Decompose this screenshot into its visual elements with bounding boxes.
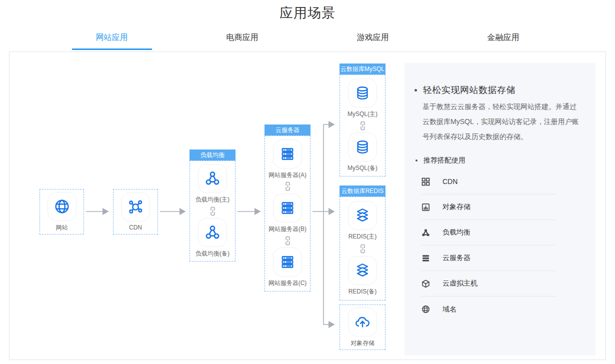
node-label: REDIS(主): [348, 232, 377, 241]
node-card: [273, 194, 302, 222]
server-bars-icon: [422, 254, 430, 262]
cube-icon: [422, 280, 430, 288]
tab-ecommerce-application[interactable]: 电商应用: [177, 32, 308, 50]
group-header-ecs: 云服务器: [264, 124, 310, 136]
node-card: [198, 218, 227, 247]
chain-icon: [284, 236, 292, 246]
recommend-title: 推荐搭配使用: [416, 156, 466, 165]
node-label: REDIS(备): [348, 288, 377, 296]
diagram-node: 网站服务器(B): [268, 194, 306, 234]
diagram-node: 对象存储: [348, 308, 377, 348]
tab-label: 网站应用: [96, 33, 128, 42]
node-card: [348, 132, 377, 162]
recommend-list: CDN对象存储负载均衡云服务器云虚拟主机域名: [422, 169, 556, 322]
tab-finance-application[interactable]: 金融应用: [438, 32, 568, 50]
node-card: [273, 248, 302, 276]
recommend-item-label: 域名: [442, 305, 456, 314]
recommend-item-cube[interactable]: 云虚拟主机: [422, 271, 556, 296]
diagram-group-cdn: CDN: [113, 189, 158, 234]
diagram-node: 网站: [48, 192, 76, 232]
node-label: MySQL(备): [348, 164, 378, 172]
chain-icon: [359, 121, 366, 130]
group-box-slb: 负载均衡(主)负载均衡(备): [190, 160, 236, 262]
node-card: [48, 192, 76, 221]
diagram-group-slb: 负载均衡负载均衡(主)负载均衡(备): [190, 150, 236, 262]
node-label: CDN: [129, 224, 142, 231]
panel-heading-text: 轻松实现网站数据存储: [423, 84, 516, 96]
tab-label: 金融应用: [488, 33, 520, 42]
globe-icon: [54, 198, 70, 215]
scenario-tabs: 网站应用电商应用游戏应用金融应用: [46, 22, 568, 50]
recommend-item-label: 对象存储: [442, 202, 470, 212]
globe-small-icon: [422, 305, 430, 314]
group-box-redis: REDIS(主)REDIS(备): [340, 196, 386, 300]
diagram-node: MySQL(主): [348, 78, 378, 118]
group-header-slb: 负载均衡: [190, 150, 236, 160]
panel-heading: 轻松实现网站数据存储: [414, 84, 516, 96]
diagram-node: 负载均衡(备): [196, 218, 230, 258]
node-card: [348, 201, 377, 230]
layers-icon: [354, 262, 371, 279]
server-icon: [279, 200, 296, 216]
tab-game-application[interactable]: 游戏应用: [308, 32, 438, 50]
group-box-mysql: MySQL(主)MySQL(备): [340, 74, 386, 176]
storage-box-icon: [422, 203, 430, 212]
node-card: [121, 192, 150, 222]
loadbalancer-icon: [204, 224, 221, 241]
network-icon: [127, 198, 144, 216]
scenario-content-panel: 网站CDN负载均衡负载均衡(主)负载均衡(备)云服务器网站服务器(A)网站服务器…: [9, 52, 606, 360]
diagram-node: 网站服务器(C): [268, 248, 307, 288]
diagram-group-mysql: 云数据库MySQLMySQL(主)MySQL(备): [340, 64, 386, 176]
diagram-group-redis: 云数据库REDISREDIS(主)REDIS(备): [340, 186, 386, 300]
diagram-group-oss: 对象存储: [340, 304, 386, 350]
server-icon: [279, 146, 296, 162]
cloud-upload-icon: [354, 314, 371, 330]
chain-icon: [359, 244, 366, 254]
recommend-item-globe-small[interactable]: 域名: [422, 296, 556, 322]
recommend-item-label: 负载均衡: [442, 228, 470, 237]
bullet-dot-icon: [416, 160, 418, 162]
group-box-oss: 对象存储: [340, 304, 386, 350]
chain-icon: [284, 182, 292, 191]
node-label: 负载均衡(主): [196, 196, 230, 204]
bullet-dot-icon: [414, 89, 417, 92]
recommend-item-cdn-grid[interactable]: CDN: [422, 169, 556, 194]
server-icon: [279, 254, 296, 270]
diagram-node: 网站服务器(A): [268, 140, 306, 180]
diagram-node: REDIS(主): [348, 201, 377, 241]
node-card: [198, 164, 227, 193]
tab-website-application[interactable]: 网站应用: [46, 32, 177, 50]
application-scenarios-page: 应用场景 网站应用电商应用游戏应用金融应用: [0, 0, 615, 364]
architecture-diagram: 网站CDN负载均衡负载均衡(主)负载均衡(备)云服务器网站服务器(A)网站服务器…: [10, 52, 404, 360]
recommend-item-server-bars[interactable]: 云服务器: [422, 246, 556, 271]
diagram-node: REDIS(备): [348, 256, 377, 296]
node-label: MySQL(主): [348, 110, 378, 118]
node-card: [348, 78, 377, 108]
node-label: 网站服务器(C): [268, 279, 307, 288]
recommend-item-balance-dots[interactable]: 负载均衡: [422, 220, 556, 246]
recommend-item-label: CDN: [442, 178, 458, 186]
diagram-group-ecs: 云服务器网站服务器(A)网站服务器(B)网站服务器(C): [264, 124, 310, 292]
recommend-item-label: 云虚拟主机: [442, 279, 478, 288]
node-card: [348, 256, 377, 285]
layers-icon: [354, 207, 371, 224]
diagram-node: 负载均衡(主): [196, 164, 230, 204]
database-icon: [354, 84, 371, 102]
panel-description: 基于教慧云云服务器，轻松实现网站搭建。并通过云数据库MySQL，实现网站访客记录…: [422, 99, 580, 144]
recommend-item-label: 云服务器: [442, 254, 470, 262]
recommend-title-text: 推荐搭配使用: [424, 156, 466, 165]
group-header-redis: 云数据库REDIS: [340, 186, 386, 196]
balance-dots-icon: [422, 228, 430, 237]
group-box-cdn: CDN: [113, 189, 158, 234]
loadbalancer-icon: [204, 170, 221, 187]
tab-label: 游戏应用: [357, 33, 389, 42]
node-card: [348, 308, 377, 336]
cdn-grid-icon: [422, 178, 430, 186]
node-label: 网站: [56, 224, 68, 232]
node-label: 网站服务器(A): [268, 171, 306, 180]
chain-icon: [209, 206, 216, 216]
diagram-group-website: 网站: [40, 189, 84, 234]
group-box-website: 网站: [40, 189, 84, 234]
diagram-node: CDN: [121, 192, 150, 231]
recommend-item-storage-box[interactable]: 对象存储: [422, 194, 556, 220]
